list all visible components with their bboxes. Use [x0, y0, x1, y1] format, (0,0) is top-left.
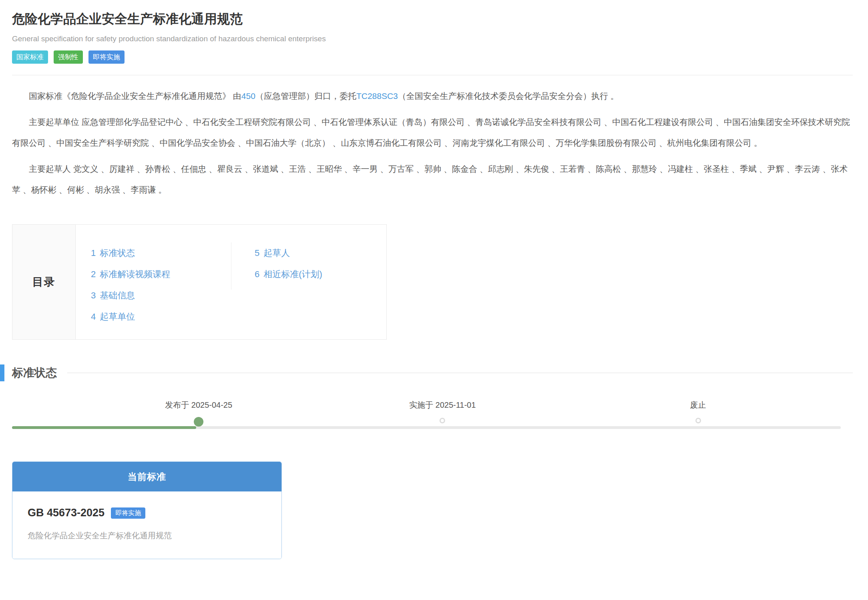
toc-item-video-course[interactable]: 2标准解读视频课程 — [91, 264, 231, 285]
timeline-stop-published: 发布于 2025-04-25 — [165, 400, 232, 427]
toc-item-num: 2 — [91, 269, 96, 279]
toc-column-1: 1标准状态 2标准解读视频课程 3基础信息 4起草单位 — [91, 242, 231, 327]
toc-body: 1标准状态 2标准解读视频课程 3基础信息 4起草单位 5起草人 6相近标准(计… — [76, 225, 386, 339]
toc-item-num: 1 — [91, 248, 96, 258]
paragraph-standard-info: 国家标准《危险化学品企业安全生产标准化通用规范》 由450（应急管理部）归口，委… — [12, 86, 853, 107]
p1-text-mid: （应急管理部）归口，委托 — [255, 91, 356, 101]
current-standard-card-header: 当前标准 — [12, 462, 281, 491]
toc-item-num: 4 — [91, 312, 96, 322]
standard-code: GB 45673-2025 — [28, 507, 104, 519]
current-standard-label: 当前标准 — [128, 471, 166, 483]
current-standard-card-body: GB 45673-2025 即将实施 危险化学品企业安全生产标准化通用规范 — [12, 491, 281, 559]
link-dept-code-450[interactable]: 450 — [241, 91, 255, 101]
timeline-dot-published — [194, 417, 203, 427]
card-badge-upcoming: 即将实施 — [111, 507, 145, 519]
timeline-stop-implemented: 实施于 2025-11-01 — [409, 400, 476, 423]
paragraph-drafting-units: 主要起草单位 应急管理部化学品登记中心 、中石化安全工程研究院有限公司 、中石化… — [12, 112, 853, 153]
page-title: 危险化学品企业安全生产标准化通用规范 — [12, 10, 853, 28]
section-header-standard-status: 标准状态 — [0, 364, 853, 381]
page-subtitle-en: General specification for safety product… — [12, 34, 853, 43]
toc-item-standard-status[interactable]: 1标准状态 — [91, 242, 231, 264]
header-divider — [12, 75, 853, 75]
timeline-dot-implemented — [440, 418, 445, 423]
toc-item-drafters[interactable]: 5起草人 — [255, 242, 322, 264]
timeline-track — [12, 426, 841, 429]
timeline-label-abolished: 废止 — [690, 400, 706, 411]
page-content: 危险化学品企业安全生产标准化通用规范 General specification… — [0, 10, 868, 559]
toc-item-similar-standards[interactable]: 6相近标准(计划) — [255, 264, 322, 285]
toc-label-cell: 目录 — [12, 225, 76, 339]
badge-row: 国家标准 强制性 即将实施 — [12, 50, 853, 64]
toc-item-label: 起草单位 — [100, 312, 135, 322]
toc-item-num: 3 — [91, 290, 96, 300]
standard-name: 危险化学品企业安全生产标准化通用规范 — [28, 530, 266, 541]
timeline-label-implemented: 实施于 2025-11-01 — [409, 400, 476, 411]
badge-upcoming: 即将实施 — [88, 50, 125, 64]
toc-item-basic-info[interactable]: 3基础信息 — [91, 285, 231, 306]
p1-text-before: 国家标准《危险化学品企业安全生产标准化通用规范》 由 — [29, 91, 241, 101]
badge-national-standard: 国家标准 — [12, 50, 48, 64]
timeline-label-published: 发布于 2025-04-25 — [165, 400, 232, 411]
timeline-stop-abolished: 废止 — [690, 400, 706, 423]
status-timeline: 发布于 2025-04-25 实施于 2025-11-01 废止 — [12, 400, 853, 447]
toc-item-label: 基础信息 — [100, 290, 135, 300]
timeline-dot-abolished — [695, 418, 701, 423]
toc-item-drafting-units[interactable]: 4起草单位 — [91, 306, 231, 327]
section-accent-bar — [0, 364, 4, 381]
toc-item-label: 起草人 — [263, 248, 290, 258]
toc-item-num: 6 — [255, 269, 259, 279]
toc-item-label: 标准解读视频课程 — [100, 269, 170, 279]
section-title: 标准状态 — [12, 365, 57, 381]
badge-mandatory: 强制性 — [54, 50, 83, 64]
toc-box: 目录 1标准状态 2标准解读视频课程 3基础信息 4起草单位 5起草人 6相近标… — [12, 224, 387, 340]
current-standard-card[interactable]: 当前标准 GB 45673-2025 即将实施 危险化学品企业安全生产标准化通用… — [12, 461, 282, 559]
toc-item-label: 标准状态 — [100, 248, 135, 258]
toc-column-2: 5起草人 6相近标准(计划) — [231, 242, 322, 327]
toc-item-num: 5 — [255, 248, 259, 258]
p1-text-after: （全国安全生产标准化技术委员会化学品安全分会）执行 。 — [398, 91, 619, 101]
timeline-progress — [12, 426, 196, 429]
section-rule-line — [67, 372, 853, 373]
link-tc288sc3[interactable]: TC288SC3 — [356, 91, 398, 101]
paragraph-drafters: 主要起草人 党文义 、厉建祥 、孙青松 、任佃忠 、瞿良云 、张道斌 、王浩 、… — [12, 159, 853, 200]
toc-label: 目录 — [32, 275, 56, 289]
toc-item-label: 相近标准(计划) — [263, 269, 322, 279]
standard-code-row: GB 45673-2025 即将实施 — [28, 507, 266, 519]
